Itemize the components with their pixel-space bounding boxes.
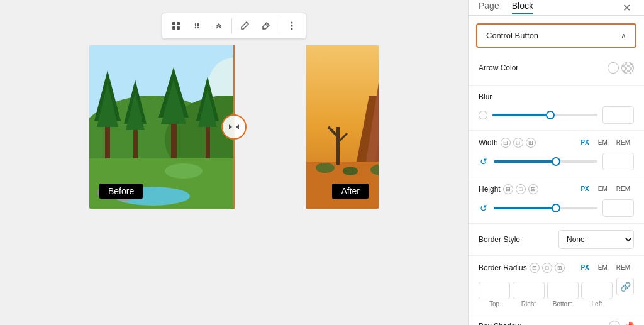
width-label-row: Width ⊟ □ ⊞ PX EM REM [479,137,634,148]
editor-area: Before [0,0,468,325]
pin-icon[interactable]: 📌 [623,321,634,325]
width-unit-rem[interactable]: REM [613,137,634,148]
svg-point-51 [316,163,335,173]
width-label: Width [479,138,498,147]
chevron-up-icon: ∧ [621,31,626,40]
width-icon-3[interactable]: ⊞ [526,138,536,148]
move-up-button[interactable] [209,16,229,36]
height-reset-icon[interactable]: ↺ [479,203,489,213]
height-input[interactable] [602,199,634,217]
tab-group: Page Block [479,1,533,14]
tab-block[interactable]: Block [512,1,533,14]
border-radius-right-input[interactable] [513,282,544,299]
height-label-row: Height ⊟ □ ⊞ PX EM REM [479,184,634,194]
width-unit-em[interactable]: EM [594,137,611,148]
width-slider-fill [494,160,556,163]
border-radius-section: Border Radius ⊟ □ ⊞ PX EM REM Top Right [469,256,644,314]
svg-point-4 [195,23,196,25]
height-icon-2[interactable]: □ [516,184,526,194]
blur-section: Blur [469,86,644,131]
border-radius-label: Border Radius [479,263,527,272]
blur-input[interactable] [602,106,634,124]
blur-slider-row [479,106,634,124]
svg-point-5 [195,25,196,26]
box-shadow-label: Box Shadow [479,322,521,325]
svg-rect-0 [172,22,175,25]
width-slider-track[interactable] [494,160,597,163]
border-style-select[interactable]: None Solid Dashed Dotted [558,230,634,249]
blur-slider-icon [479,111,487,119]
height-icon-3[interactable]: ⊞ [528,184,538,194]
height-unit-px[interactable]: PX [577,184,592,194]
width-unit-px[interactable]: PX [577,137,592,148]
before-image: Before [89,45,234,209]
tab-page[interactable]: Page [479,1,499,14]
block-type-button[interactable] [166,16,186,36]
blur-label-row: Blur [479,92,634,101]
width-reset-icon[interactable]: ↺ [479,157,489,167]
border-radius-inputs-row: Top Right Bottom Left 🔗 [479,278,634,307]
blur-slider-thumb[interactable] [546,111,555,119]
svg-point-6 [195,27,196,28]
border-radius-link-icon[interactable]: 🔗 [616,278,634,295]
width-input[interactable] [602,153,634,170]
height-slider-row: ↺ [479,199,634,217]
height-unit-em[interactable]: EM [594,184,611,194]
border-radius-right-label: Right [521,300,536,307]
pencil-button[interactable] [235,16,255,36]
arrow-color-circle-icon[interactable] [608,62,619,74]
border-style-row: Border Style None Solid Dashed Dotted [479,230,634,249]
border-radius-unit-rem[interactable]: REM [613,262,634,273]
svg-point-34 [165,163,203,179]
height-slider-thumb[interactable] [552,204,560,212]
block-toolbar [162,13,306,39]
svg-point-9 [197,27,199,28]
border-radius-unit-px[interactable]: PX [577,262,592,273]
border-radius-left-input[interactable] [581,282,613,299]
border-radius-top-input[interactable] [479,282,510,299]
border-radius-top-label: Top [489,300,499,307]
border-style-label: Border Style [479,235,520,244]
border-radius-unit-em[interactable]: EM [594,262,611,273]
height-section: Height ⊟ □ ⊞ PX EM REM ↺ [469,177,644,224]
control-panel-title: Control Button [486,31,538,40]
border-radius-units: PX EM REM [577,262,634,273]
border-radius-right-wrap: Right [513,282,544,307]
svg-point-13 [291,28,293,30]
arrow-color-row: Arrow Color [479,62,634,74]
box-shadow-icons: 📌 [609,321,634,325]
height-icon-1[interactable]: ⊟ [503,184,513,194]
height-slider-track[interactable] [494,207,597,209]
drag-button[interactable] [187,16,208,36]
height-unit-rem[interactable]: REM [613,184,634,194]
border-radius-bottom-input[interactable] [547,282,579,299]
width-icon-2[interactable]: □ [513,138,523,148]
svg-point-35 [199,171,231,184]
toolbar-divider [231,18,232,33]
border-radius-icon-3[interactable]: ⊞ [555,263,565,273]
width-section: Width ⊟ □ ⊞ PX EM REM ↺ [469,131,644,177]
control-panel-header[interactable]: Control Button ∧ [477,25,635,47]
border-style-section: Border Style None Solid Dashed Dotted [469,224,644,256]
close-button[interactable]: ✕ [619,0,634,15]
width-label-group: Width ⊟ □ ⊞ [479,138,536,148]
width-slider-thumb[interactable] [552,157,560,166]
border-radius-icon-1[interactable]: ⊟ [530,263,540,273]
edit-button[interactable] [256,16,276,36]
box-shadow-circle-icon[interactable] [609,321,620,325]
height-units: PX EM REM [577,184,634,194]
arrow-color-label: Arrow Color [479,63,518,72]
border-radius-top-wrap: Top [479,282,510,307]
height-slider-fill [494,207,556,209]
blur-slider-track[interactable] [492,114,597,116]
divider-handle[interactable] [221,114,247,140]
more-options-button[interactable] [282,16,302,36]
width-icon-1[interactable]: ⊟ [501,138,511,148]
border-radius-inputs: Top Right Bottom Left [479,282,613,307]
border-radius-icon-2[interactable]: □ [542,263,552,273]
box-shadow-section: Box Shadow 📌 [469,314,644,325]
after-label: After [332,184,369,199]
arrow-color-checker-icon[interactable] [621,62,634,74]
svg-marker-37 [236,124,239,129]
border-style-dropdown-wrapper: None Solid Dashed Dotted [558,230,634,249]
